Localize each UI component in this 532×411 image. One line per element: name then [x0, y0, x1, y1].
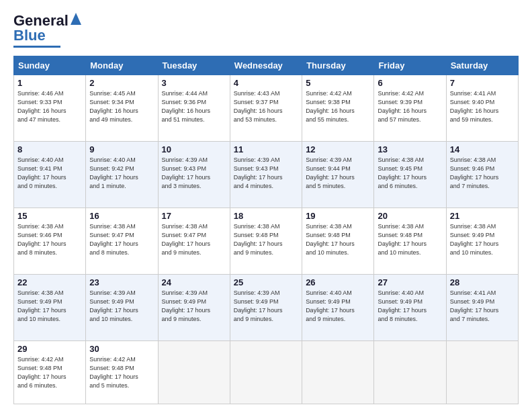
- calendar-cell: 10Sunrise: 4:39 AM Sunset: 9:43 PM Dayli…: [158, 141, 230, 208]
- day-number: 9: [89, 144, 154, 154]
- weekday-header-friday: Friday: [374, 56, 446, 75]
- day-info: Sunrise: 4:42 AM Sunset: 9:39 PM Dayligh…: [378, 89, 442, 124]
- calendar-cell: 22Sunrise: 4:38 AM Sunset: 9:49 PM Dayli…: [14, 274, 86, 340]
- day-info: Sunrise: 4:39 AM Sunset: 9:43 PM Dayligh…: [234, 156, 298, 191]
- day-info: Sunrise: 4:39 AM Sunset: 9:49 PM Dayligh…: [234, 289, 298, 324]
- day-info: Sunrise: 4:38 AM Sunset: 9:46 PM Dayligh…: [17, 222, 82, 257]
- calendar-cell: 15Sunrise: 4:38 AM Sunset: 9:46 PM Dayli…: [14, 208, 86, 274]
- day-info: Sunrise: 4:38 AM Sunset: 9:49 PM Dayligh…: [450, 222, 515, 257]
- day-number: 12: [306, 144, 370, 154]
- day-info: Sunrise: 4:45 AM Sunset: 9:34 PM Dayligh…: [89, 89, 154, 124]
- svg-marker-0: [71, 13, 81, 25]
- day-info: Sunrise: 4:41 AM Sunset: 9:40 PM Dayligh…: [450, 89, 515, 124]
- day-info: Sunrise: 4:38 AM Sunset: 9:47 PM Dayligh…: [162, 222, 226, 257]
- calendar-cell: [302, 340, 374, 404]
- calendar-cell: 18Sunrise: 4:38 AM Sunset: 9:48 PM Dayli…: [230, 208, 302, 274]
- day-number: 14: [450, 144, 515, 154]
- calendar-cell: [158, 340, 230, 404]
- calendar-cell: 27Sunrise: 4:40 AM Sunset: 9:49 PM Dayli…: [374, 274, 446, 340]
- day-info: Sunrise: 4:44 AM Sunset: 9:36 PM Dayligh…: [162, 89, 226, 124]
- calendar-cell: 4Sunrise: 4:43 AM Sunset: 9:37 PM Daylig…: [230, 75, 302, 142]
- day-info: Sunrise: 4:38 AM Sunset: 9:48 PM Dayligh…: [306, 222, 370, 257]
- calendar-cell: 1Sunrise: 4:46 AM Sunset: 9:33 PM Daylig…: [14, 75, 86, 142]
- calendar-cell: 29Sunrise: 4:42 AM Sunset: 9:48 PM Dayli…: [14, 340, 86, 404]
- day-number: 1: [17, 78, 82, 88]
- calendar-cell: 9Sunrise: 4:40 AM Sunset: 9:42 PM Daylig…: [86, 141, 158, 208]
- day-number: 5: [306, 78, 370, 88]
- weekday-header-sunday: Sunday: [14, 56, 86, 75]
- logo-blue-text: Blue: [13, 27, 46, 44]
- calendar-week-row: 15Sunrise: 4:38 AM Sunset: 9:46 PM Dayli…: [14, 208, 519, 274]
- calendar-table: SundayMondayTuesdayWednesdayThursdayFrid…: [13, 56, 519, 404]
- day-number: 30: [89, 344, 154, 354]
- day-number: 8: [17, 144, 82, 154]
- day-info: Sunrise: 4:40 AM Sunset: 9:49 PM Dayligh…: [378, 289, 442, 324]
- day-number: 19: [306, 211, 370, 221]
- calendar-header-row: SundayMondayTuesdayWednesdayThursdayFrid…: [14, 56, 519, 75]
- calendar-cell: 5Sunrise: 4:42 AM Sunset: 9:38 PM Daylig…: [302, 75, 374, 142]
- calendar-cell: 3Sunrise: 4:44 AM Sunset: 9:36 PM Daylig…: [158, 75, 230, 142]
- calendar-cell: 7Sunrise: 4:41 AM Sunset: 9:40 PM Daylig…: [446, 75, 518, 142]
- calendar-cell: 12Sunrise: 4:39 AM Sunset: 9:44 PM Dayli…: [302, 141, 374, 208]
- header: General Blue: [13, 12, 519, 48]
- logo-underline: [13, 46, 60, 48]
- logo-triangle-icon: [71, 13, 81, 28]
- calendar-cell: 26Sunrise: 4:40 AM Sunset: 9:49 PM Dayli…: [302, 274, 374, 340]
- day-number: 20: [378, 211, 442, 221]
- day-info: Sunrise: 4:38 AM Sunset: 9:48 PM Dayligh…: [234, 222, 298, 257]
- calendar-cell: 11Sunrise: 4:39 AM Sunset: 9:43 PM Dayli…: [230, 141, 302, 208]
- day-number: 24: [162, 277, 226, 287]
- day-info: Sunrise: 4:46 AM Sunset: 9:33 PM Dayligh…: [17, 89, 82, 124]
- calendar-cell: 24Sunrise: 4:39 AM Sunset: 9:49 PM Dayli…: [158, 274, 230, 340]
- weekday-header-thursday: Thursday: [302, 56, 374, 75]
- calendar-cell: 6Sunrise: 4:42 AM Sunset: 9:39 PM Daylig…: [374, 75, 446, 142]
- day-number: 4: [234, 78, 298, 88]
- day-number: 29: [17, 344, 82, 354]
- day-number: 21: [450, 211, 515, 221]
- logo: General Blue: [13, 12, 81, 48]
- day-number: 2: [89, 78, 154, 88]
- calendar-cell: 25Sunrise: 4:39 AM Sunset: 9:49 PM Dayli…: [230, 274, 302, 340]
- calendar-cell: [374, 340, 446, 404]
- day-info: Sunrise: 4:38 AM Sunset: 9:48 PM Dayligh…: [378, 222, 442, 257]
- day-number: 16: [89, 211, 154, 221]
- day-info: Sunrise: 4:39 AM Sunset: 9:44 PM Dayligh…: [306, 156, 370, 191]
- day-number: 11: [234, 144, 298, 154]
- day-info: Sunrise: 4:40 AM Sunset: 9:42 PM Dayligh…: [89, 156, 154, 191]
- day-number: 22: [17, 277, 82, 287]
- day-info: Sunrise: 4:38 AM Sunset: 9:49 PM Dayligh…: [17, 289, 82, 324]
- day-info: Sunrise: 4:38 AM Sunset: 9:47 PM Dayligh…: [89, 222, 154, 257]
- calendar-cell: 21Sunrise: 4:38 AM Sunset: 9:49 PM Dayli…: [446, 208, 518, 274]
- calendar-week-row: 29Sunrise: 4:42 AM Sunset: 9:48 PM Dayli…: [14, 340, 519, 404]
- day-info: Sunrise: 4:41 AM Sunset: 9:49 PM Dayligh…: [450, 289, 515, 324]
- day-number: 23: [89, 277, 154, 287]
- day-number: 6: [378, 78, 442, 88]
- calendar-cell: 20Sunrise: 4:38 AM Sunset: 9:48 PM Dayli…: [374, 208, 446, 274]
- calendar-cell: 19Sunrise: 4:38 AM Sunset: 9:48 PM Dayli…: [302, 208, 374, 274]
- calendar-cell: 17Sunrise: 4:38 AM Sunset: 9:47 PM Dayli…: [158, 208, 230, 274]
- day-number: 15: [17, 211, 82, 221]
- weekday-header-wednesday: Wednesday: [230, 56, 302, 75]
- day-info: Sunrise: 4:42 AM Sunset: 9:48 PM Dayligh…: [17, 355, 82, 390]
- calendar-cell: 8Sunrise: 4:40 AM Sunset: 9:41 PM Daylig…: [14, 141, 86, 208]
- day-info: Sunrise: 4:40 AM Sunset: 9:41 PM Dayligh…: [17, 156, 82, 191]
- calendar-body: 1Sunrise: 4:46 AM Sunset: 9:33 PM Daylig…: [14, 75, 519, 404]
- day-number: 27: [378, 277, 442, 287]
- day-number: 3: [162, 78, 226, 88]
- day-number: 17: [162, 211, 226, 221]
- day-number: 25: [234, 277, 298, 287]
- day-info: Sunrise: 4:39 AM Sunset: 9:49 PM Dayligh…: [162, 289, 226, 324]
- day-info: Sunrise: 4:39 AM Sunset: 9:43 PM Dayligh…: [162, 156, 226, 191]
- calendar-week-row: 8Sunrise: 4:40 AM Sunset: 9:41 PM Daylig…: [14, 141, 519, 208]
- day-number: 10: [162, 144, 226, 154]
- day-info: Sunrise: 4:40 AM Sunset: 9:49 PM Dayligh…: [306, 289, 370, 324]
- weekday-header-saturday: Saturday: [446, 56, 518, 75]
- day-number: 7: [450, 78, 515, 88]
- page: General Blue SundayMondayTuesdayWednesda…: [0, 0, 532, 411]
- calendar-week-row: 22Sunrise: 4:38 AM Sunset: 9:49 PM Dayli…: [14, 274, 519, 340]
- calendar-cell: 23Sunrise: 4:39 AM Sunset: 9:49 PM Dayli…: [86, 274, 158, 340]
- day-info: Sunrise: 4:43 AM Sunset: 9:37 PM Dayligh…: [234, 89, 298, 124]
- calendar-cell: 13Sunrise: 4:38 AM Sunset: 9:45 PM Dayli…: [374, 141, 446, 208]
- calendar-cell: 30Sunrise: 4:42 AM Sunset: 9:48 PM Dayli…: [86, 340, 158, 404]
- calendar-cell: 16Sunrise: 4:38 AM Sunset: 9:47 PM Dayli…: [86, 208, 158, 274]
